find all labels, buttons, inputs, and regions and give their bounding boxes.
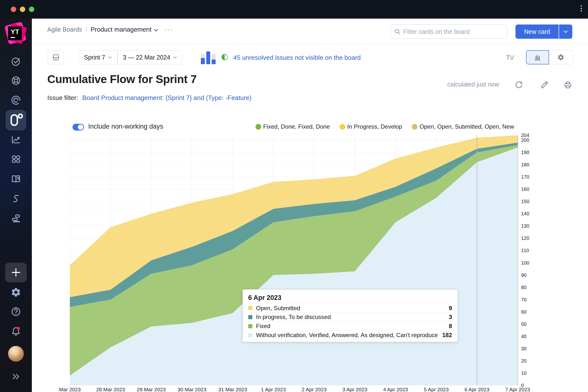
new-card-split-button: New card [516, 24, 572, 39]
youtrack-app: YT [0, 0, 588, 392]
backlog-button[interactable] [48, 50, 64, 64]
backlog-tray-icon [52, 53, 60, 62]
sprint-dates-selector[interactable]: 3 — 22 Mar 2024 [118, 50, 182, 64]
gear-icon [557, 54, 564, 61]
chart-view-button-active[interactable] [526, 50, 549, 64]
tooltip-row-value: 9 [449, 305, 452, 312]
x-axis-labels: Mar 202328 Mar 202329 Mar 202330 Mar 202… [70, 386, 518, 392]
legend-item-2[interactable]: Open, Open, Submitted, Open, New [412, 123, 514, 130]
create-button[interactable] [5, 263, 27, 282]
projects-icon[interactable] [10, 75, 21, 86]
x-tick-label: 7 Apr 2023 [505, 386, 530, 392]
cumulative-flow-chart [70, 135, 518, 386]
x-tick-label: Mar 2023 [59, 386, 81, 392]
tooltip-row-value: 8 [449, 323, 452, 330]
expand-sidebar-icon[interactable] [10, 371, 21, 382]
y-tick-label: 70 [521, 297, 526, 302]
x-tick-label: 1 Apr 2023 [261, 386, 286, 392]
x-tick-label: 29 Mar 2023 [137, 386, 166, 392]
new-card-dropdown-button[interactable] [559, 24, 572, 39]
youtrack-logo[interactable]: YT [5, 22, 27, 46]
breadcrumb: Agile Boards / Product management ··· [47, 26, 173, 33]
y-tick-label: 140 [521, 211, 529, 216]
tv-mode-button[interactable]: TV [506, 54, 514, 61]
y-tick-label: 190 [521, 150, 529, 155]
include-non-working-days-toggle[interactable] [72, 124, 84, 130]
browser-menu-icon[interactable] [581, 6, 582, 12]
y-tick-label: 10 [521, 370, 526, 376]
tooltip-row-0: Open, Submitted9 [248, 304, 452, 312]
unresolved-issues-link[interactable]: 45 unresolved issues not visible on the … [233, 54, 361, 62]
tooltip-row-label: Fixed [256, 323, 445, 330]
tooltip-color-chip [248, 306, 252, 310]
help-icon[interactable] [10, 306, 21, 317]
page-title: Cumulative Flow for Sprint 7 [47, 72, 197, 86]
user-avatar[interactable] [8, 346, 24, 362]
notifications-bell-icon[interactable] [10, 326, 21, 337]
edit-report-button[interactable] [540, 80, 549, 89]
apps-grid-icon[interactable] [10, 154, 21, 164]
y-tick-label: 40 [521, 334, 526, 339]
refresh-report-button[interactable] [514, 80, 523, 89]
chevron-down-icon [108, 56, 112, 58]
chevron-down-icon [173, 56, 177, 58]
board-progress-icon [201, 52, 216, 64]
breadcrumb-board-name[interactable]: Product management [91, 26, 152, 33]
gantt-stack-icon[interactable] [10, 213, 21, 224]
sidebar: YT [0, 18, 32, 392]
dashboards-swirl-icon[interactable] [10, 95, 21, 106]
legend-label: Open, Open, Submitted, Open, New [420, 123, 514, 130]
tooltip-row-label: Open, Submitted [256, 305, 445, 312]
sprint-and-dates-control: Sprint 7 3 — 22 Mar 2024 [78, 50, 182, 64]
board-switcher-chevron-icon[interactable] [154, 26, 158, 33]
issue-filter-prefix: Issue filter: [47, 94, 78, 102]
y-tick-label: 180 [521, 162, 529, 168]
y-tick-label: 100 [521, 260, 529, 266]
board-filter-search[interactable] [390, 24, 508, 39]
tooltip-row-value: 3 [449, 314, 452, 320]
reports-icon[interactable] [10, 134, 21, 145]
y-tick-label: 150 [521, 199, 529, 204]
x-tick-label: 2 Apr 2023 [302, 386, 326, 392]
timesheets-icon[interactable] [10, 193, 21, 204]
tooltip-row-label: Without verification, Verified, Answered… [256, 332, 438, 338]
knowledge-base-icon[interactable] [10, 174, 21, 184]
report-settings-button[interactable] [549, 50, 573, 64]
half-pie-progress-icon [221, 54, 228, 60]
legend-dot-icon [340, 124, 345, 130]
legend-item-1[interactable]: In Progress, Develop [340, 123, 402, 130]
issues-icon[interactable] [10, 56, 21, 67]
settings-icon[interactable] [10, 287, 21, 298]
y-tick-label: 20 [521, 358, 526, 364]
issue-filter-line: Issue filter: Board Product management: … [47, 94, 252, 102]
issue-filter-query-link[interactable]: Board Product management: {Sprint 7} and… [82, 94, 252, 102]
search-input[interactable] [403, 28, 504, 35]
legend-item-0[interactable]: Fixed, Done, Fixed, Done [256, 123, 330, 130]
chart-legend: Fixed, Done, Fixed, DoneIn Progress, Dev… [256, 123, 514, 130]
board-more-menu-icon[interactable]: ··· [165, 26, 173, 33]
legend-label: In Progress, Develop [347, 123, 402, 130]
y-tick-label: 160 [521, 186, 529, 192]
close-window-button[interactable] [11, 6, 16, 12]
breadcrumb-separator: / [86, 26, 87, 33]
y-axis-labels: 0102030405060708090100110120130140150160… [521, 135, 538, 386]
y-tick-label: 120 [521, 236, 529, 241]
sprint-selector[interactable]: Sprint 7 [79, 50, 117, 64]
calculated-status: calculated just now [447, 81, 499, 88]
tooltip-color-chip [248, 315, 252, 319]
y-tick-label: 130 [521, 223, 529, 229]
x-tick-label: 30 Mar 2023 [178, 386, 206, 392]
x-tick-label: 6 Apr 2023 [464, 386, 490, 392]
bar-chart-icon [534, 54, 542, 61]
y-tick-label: 170 [521, 174, 529, 180]
toggle-label: Include non-working days [88, 123, 163, 130]
breadcrumb-agile-boards-link[interactable]: Agile Boards [47, 26, 82, 33]
x-tick-label: 3 Apr 2023 [342, 386, 367, 392]
x-tick-label: 28 Mar 2023 [96, 386, 125, 392]
print-report-button[interactable] [564, 80, 572, 89]
zoom-window-button[interactable] [29, 6, 34, 12]
new-card-button[interactable]: New card [516, 24, 558, 39]
window-titlebar [0, 0, 588, 18]
sidebar-item-agile-boards-selected[interactable] [6, 110, 26, 130]
minimize-window-button[interactable] [20, 6, 25, 12]
